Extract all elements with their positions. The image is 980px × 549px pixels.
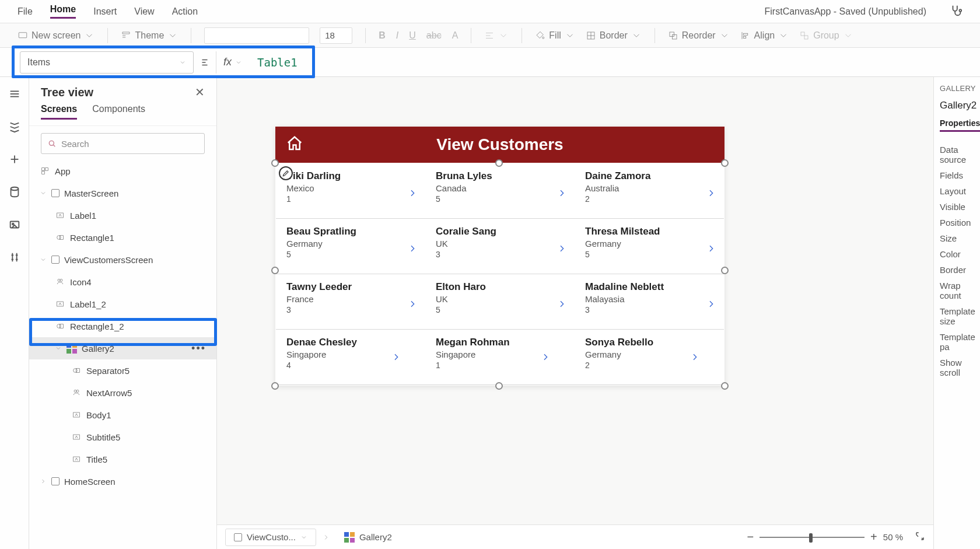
gallery-cell[interactable]: Madaline NeblettMalayasia3: [575, 274, 724, 330]
next-arrow-icon[interactable]: [408, 187, 417, 202]
node-body1[interactable]: Body1: [29, 404, 216, 426]
diagnostics-icon[interactable]: [950, 4, 963, 19]
gallery-cell[interactable]: Elton HaroUK5: [425, 274, 575, 330]
props-row[interactable]: Color: [940, 243, 974, 259]
search-input[interactable]: Search: [41, 133, 205, 154]
next-arrow-icon[interactable]: [391, 351, 401, 366]
node-label1-2[interactable]: Label1_2: [29, 293, 216, 315]
next-arrow-icon[interactable]: [706, 298, 716, 313]
fill-button[interactable]: Fill: [535, 30, 575, 41]
font-size-input[interactable]: 18: [320, 27, 352, 44]
props-row[interactable]: Position: [940, 212, 974, 228]
next-arrow-icon[interactable]: [408, 242, 417, 257]
reorder-button[interactable]: Reorder: [668, 30, 730, 41]
tab-screens[interactable]: Screens: [41, 104, 77, 120]
format-text-icon[interactable]: [200, 57, 210, 68]
node-rectangle1[interactable]: Rectangle1: [29, 226, 216, 249]
gallery-cell[interactable]: Daine ZamoraAustralia2: [575, 163, 724, 219]
resize-handle[interactable]: [271, 159, 279, 167]
tree-view-icon[interactable]: [8, 120, 21, 135]
menu-home[interactable]: Home: [50, 4, 76, 19]
node-gallery2[interactable]: Gallery2 •••: [29, 337, 216, 359]
props-row[interactable]: Fields: [940, 165, 974, 180]
checkbox-icon[interactable]: [51, 477, 60, 485]
props-row[interactable]: Visible: [940, 196, 974, 212]
zoom-in-button[interactable]: +: [870, 530, 877, 544]
strikethrough-button[interactable]: abc: [426, 30, 442, 41]
insert-icon[interactable]: [8, 153, 21, 168]
resize-handle[interactable]: [495, 382, 503, 390]
tab-components[interactable]: Components: [92, 104, 145, 120]
design-surface[interactable]: View Customers Viki DarlingMexico1Bruna …: [275, 127, 724, 386]
fullscreen-icon[interactable]: [915, 531, 925, 543]
gallery-cell[interactable]: Beau SpratlingGermany5: [276, 219, 425, 274]
props-row[interactable]: Wrap count: [940, 275, 974, 300]
resize-handle[interactable]: [721, 267, 729, 274]
resize-handle[interactable]: [271, 267, 279, 274]
next-arrow-icon[interactable]: [557, 187, 566, 202]
text-align-button[interactable]: [484, 30, 509, 41]
edit-template-icon[interactable]: [279, 166, 293, 180]
gallery-cell[interactable]: Megan RohmanSingapore1: [425, 330, 575, 385]
node-homescreen[interactable]: HomeScreen: [29, 470, 216, 492]
menu-insert[interactable]: Insert: [93, 6, 117, 17]
resize-handle[interactable]: [271, 382, 279, 390]
gallery-cell[interactable]: Tawny LeederFrance3: [276, 274, 425, 330]
props-row[interactable]: Template pa: [940, 326, 974, 352]
close-icon[interactable]: ✕: [195, 85, 205, 99]
next-arrow-icon[interactable]: [408, 298, 417, 313]
node-viewcustomers[interactable]: ViewCustomersScreen: [29, 249, 216, 271]
underline-button[interactable]: U: [409, 30, 416, 41]
props-row[interactable]: Layout: [940, 180, 974, 196]
next-arrow-icon[interactable]: [557, 242, 566, 257]
breadcrumb-screen[interactable]: ViewCusto...: [225, 529, 316, 546]
media-icon[interactable]: [8, 218, 21, 233]
property-dropdown[interactable]: Items: [20, 51, 194, 74]
resize-handle[interactable]: [495, 159, 503, 167]
node-subtitle5[interactable]: Subtitle5: [29, 426, 216, 448]
node-separator5[interactable]: Separator5: [29, 359, 216, 382]
checkbox-icon[interactable]: [51, 189, 60, 197]
gallery-cell[interactable]: Denae ChesleySingapore4: [276, 330, 425, 385]
menu-action[interactable]: Action: [172, 6, 198, 17]
breadcrumb-control[interactable]: Gallery2: [336, 529, 400, 546]
gallery-cell[interactable]: Sonya RebelloGermany2: [575, 330, 724, 385]
resize-handle[interactable]: [721, 159, 729, 167]
italic-button[interactable]: I: [396, 30, 398, 41]
more-icon[interactable]: •••: [191, 342, 206, 355]
node-rectangle1-2[interactable]: Rectangle1_2: [29, 315, 216, 337]
font-color-button[interactable]: A: [452, 30, 459, 41]
fx-button[interactable]: fx: [216, 51, 249, 74]
next-arrow-icon[interactable]: [706, 187, 716, 202]
align-button[interactable]: Align: [740, 30, 789, 41]
gallery-cell[interactable]: Coralie SangUK3: [425, 219, 575, 274]
node-app[interactable]: App: [29, 160, 216, 182]
next-arrow-icon[interactable]: [690, 351, 699, 366]
zoom-out-button[interactable]: −: [747, 530, 754, 544]
new-screen-button[interactable]: New screen: [18, 30, 94, 41]
node-icon4[interactable]: Icon4: [29, 271, 216, 293]
hamburger-icon[interactable]: [8, 88, 21, 103]
node-label1[interactable]: Label1: [29, 204, 216, 226]
gallery-cell[interactable]: Thresa MilsteadGermany5: [575, 219, 724, 274]
tools-icon[interactable]: [8, 251, 21, 266]
bold-button[interactable]: B: [379, 30, 386, 41]
font-family-dropdown[interactable]: [204, 27, 309, 44]
props-row[interactable]: Template size: [940, 300, 974, 326]
props-row[interactable]: Size: [940, 228, 974, 243]
group-button[interactable]: Group: [799, 30, 853, 41]
menu-view[interactable]: View: [134, 6, 154, 17]
theme-button[interactable]: Theme: [121, 30, 178, 41]
props-row[interactable]: Show scroll: [940, 352, 974, 377]
resize-handle[interactable]: [721, 382, 729, 390]
zoom-slider[interactable]: [760, 537, 864, 538]
node-masterscreen[interactable]: MasterScreen: [29, 182, 216, 204]
next-arrow-icon[interactable]: [706, 242, 716, 257]
data-icon[interactable]: [8, 186, 21, 201]
props-row[interactable]: Data source: [940, 139, 974, 165]
checkbox-icon[interactable]: [51, 256, 60, 264]
node-nextarrow5[interactable]: NextArrow5: [29, 382, 216, 404]
home-icon[interactable]: [286, 135, 303, 155]
formula-input[interactable]: Table1: [249, 56, 298, 69]
node-title5[interactable]: Title5: [29, 448, 216, 470]
